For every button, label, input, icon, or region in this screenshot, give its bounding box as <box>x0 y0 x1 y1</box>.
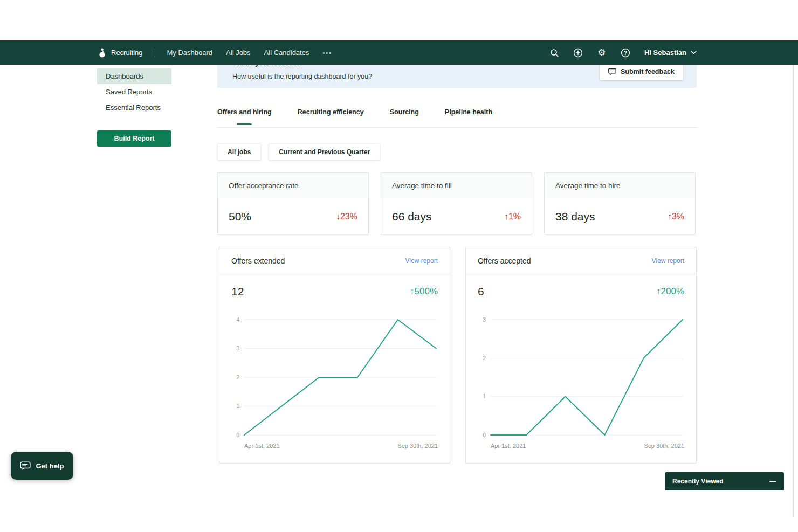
metric-card-offer-acceptance-rate: Offer acceptance rate 50% ↓23% <box>217 172 369 235</box>
svg-text:2: 2 <box>236 375 239 381</box>
sidebar-item-saved-reports[interactable]: Saved Reports <box>97 84 171 100</box>
minimize-icon[interactable] <box>769 481 776 482</box>
jobs-filter-chip[interactable]: All jobs <box>217 143 261 160</box>
chart-delta: ↑200% <box>656 286 684 297</box>
sidebar-item-dashboards[interactable]: Dashboards <box>97 68 171 84</box>
chart-current-value: 6 <box>478 285 484 298</box>
sidebar-item-label: Dashboards <box>106 72 143 80</box>
svg-text:1: 1 <box>483 393 486 399</box>
svg-text:3: 3 <box>236 346 239 351</box>
build-report-button[interactable]: Build Report <box>97 130 171 147</box>
recently-viewed-label: Recently Viewed <box>672 478 724 485</box>
svg-text:2: 2 <box>483 355 486 361</box>
add-icon[interactable] <box>573 48 583 58</box>
brand-label: Recruiting <box>111 49 143 57</box>
nav-divider <box>155 48 155 58</box>
user-greeting: Hi Sebastian <box>644 49 686 57</box>
feedback-bubble-icon <box>608 68 616 75</box>
search-icon[interactable] <box>549 48 559 58</box>
chart-current-value: 12 <box>231 285 244 298</box>
chart-title: Offers accepted <box>478 257 531 265</box>
top-nav: Recruiting My Dashboard All Jobs All Can… <box>0 40 798 65</box>
svg-text:4: 4 <box>236 317 239 323</box>
metric-title: Offer acceptance rate <box>218 173 368 198</box>
period-filter-chip[interactable]: Current and Previous Quarter <box>269 143 380 160</box>
metric-title: Average time to hire <box>545 173 695 198</box>
svg-text:?: ? <box>624 50 627 56</box>
chat-bubble-icon <box>20 461 31 471</box>
svg-text:0: 0 <box>236 432 239 438</box>
recently-viewed-bar[interactable]: Recently Viewed <box>665 472 784 490</box>
metric-title: Average time to fill <box>381 173 532 198</box>
filter-chips: All jobs Current and Previous Quarter <box>217 143 380 160</box>
tab-sourcing[interactable]: Sourcing <box>390 108 419 116</box>
user-menu[interactable]: Hi Sebastian <box>644 49 697 57</box>
x-axis-end-label: Sep 30th, 2021 <box>644 443 684 449</box>
metric-cards: Offer acceptance rate 50% ↓23% Average t… <box>217 172 696 235</box>
view-report-link[interactable]: View report <box>405 257 438 265</box>
submit-feedback-button[interactable]: Submit feedback <box>600 63 683 80</box>
chart-card-offers-extended: Offers extended View report 12 ↑500% 012… <box>219 247 450 464</box>
chevron-down-icon <box>691 51 697 54</box>
scrollbar[interactable] <box>793 40 794 517</box>
sidebar: Dashboards Saved Reports Essential Repor… <box>97 68 171 115</box>
svg-text:1: 1 <box>236 403 239 409</box>
view-report-link[interactable]: View report <box>652 257 684 265</box>
greenhouse-logo-icon <box>98 47 106 58</box>
metric-card-average-time-to-hire: Average time to hire 38 days ↑3% <box>544 172 696 235</box>
tab-recruiting-efficiency[interactable]: Recruiting efficiency <box>298 108 364 116</box>
chart-delta: ↑500% <box>410 286 438 297</box>
offers-accepted-line-chart: 0123 <box>477 313 685 440</box>
feedback-banner-question: How useful is the reporting dashboard fo… <box>232 73 372 80</box>
svg-text:3: 3 <box>483 317 486 323</box>
x-axis-end-label: Sep 30th, 2021 <box>397 443 438 449</box>
x-axis-start-label: Apr 1st, 2021 <box>491 443 526 449</box>
sidebar-item-label: Essential Reports <box>106 103 161 112</box>
chart-title: Offers extended <box>231 257 285 265</box>
chart-cards: Offers extended View report 12 ↑500% 012… <box>219 247 697 464</box>
metric-value: 66 days <box>392 210 432 223</box>
svg-text:0: 0 <box>483 432 486 438</box>
chart-card-offers-accepted: Offers accepted View report 6 ↑200% 0123… <box>465 247 697 464</box>
help-icon[interactable]: ? <box>621 48 630 58</box>
metric-delta: ↑3% <box>668 212 684 222</box>
get-help-label: Get help <box>36 462 64 470</box>
tabs-divider <box>217 127 697 128</box>
metric-card-average-time-to-fill: Average time to fill 66 days ↑1% <box>381 172 532 235</box>
greenhouse-reporting-dashboard: Tell us your feedback How useful is the … <box>0 0 798 532</box>
x-axis-start-label: Apr 1st, 2021 <box>244 443 279 449</box>
nav-links: My Dashboard All Jobs All Candidates ••• <box>167 49 332 57</box>
nav-item-all-jobs[interactable]: All Jobs <box>226 49 251 57</box>
nav-left: Recruiting My Dashboard All Jobs All Can… <box>98 47 332 58</box>
nav-item-my-dashboard[interactable]: My Dashboard <box>167 49 213 57</box>
nav-item-all-candidates[interactable]: All Candidates <box>264 49 309 57</box>
tab-pipeline-health[interactable]: Pipeline health <box>445 108 492 116</box>
get-help-button[interactable]: Get help <box>11 452 73 480</box>
submit-feedback-label: Submit feedback <box>621 68 675 75</box>
sidebar-item-essential-reports[interactable]: Essential Reports <box>97 100 171 115</box>
metric-value: 50% <box>229 210 251 223</box>
brand-home-link[interactable]: Recruiting <box>98 47 143 58</box>
metric-delta: ↓23% <box>336 212 357 222</box>
nav-more-menu-icon[interactable]: ••• <box>322 50 332 56</box>
report-tabs: Offers and hiring Recruiting efficiency … <box>217 108 492 116</box>
settings-gear-icon[interactable]: ⚙ <box>597 48 607 58</box>
metric-delta: ↑1% <box>504 212 521 222</box>
tab-offers-and-hiring[interactable]: Offers and hiring <box>217 108 272 116</box>
metric-value: 38 days <box>555 210 595 223</box>
sidebar-item-label: Saved Reports <box>106 88 152 96</box>
nav-right: ⚙ ? Hi Sebastian <box>549 48 697 58</box>
offers-extended-line-chart: 01234 <box>230 313 439 440</box>
